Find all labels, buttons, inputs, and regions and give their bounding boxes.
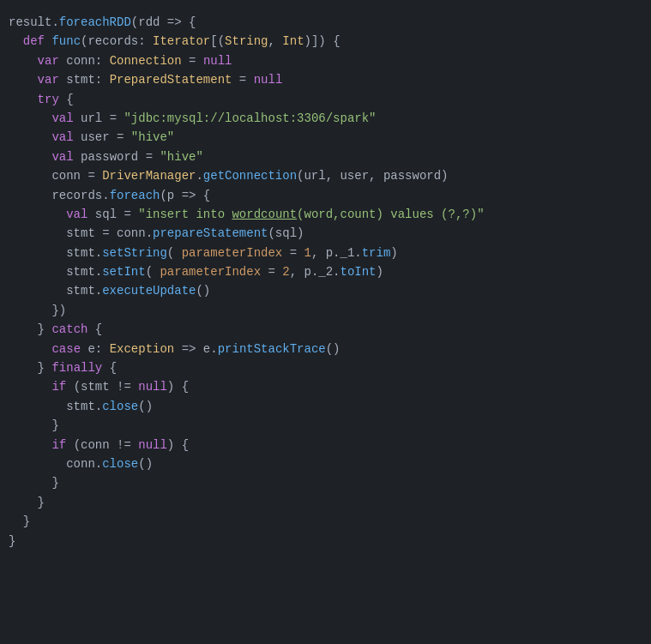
code-line-20: if (stmt != null) { (0, 377, 651, 396)
code-line-8: val password = "hive" (0, 147, 651, 166)
code-line-6: val url = "jdbc:mysql://localhost:3306/s… (0, 109, 651, 128)
code-line-18: case e: Exception => e.printStackTrace() (0, 340, 651, 358)
code-line-28: } (0, 532, 651, 551)
code-line-14: stmt.setInt( parameterIndex = 2, p._2.to… (0, 262, 651, 281)
code-line-16: }) (0, 301, 651, 320)
code-editor: result.foreachRDD(rdd => { def func(reco… (0, 9, 651, 555)
code-line-17: } catch { (0, 320, 651, 339)
code-line-5: try { (0, 90, 651, 109)
code-line-24: conn.close() (0, 454, 651, 473)
code-line-10: records.foreach(p => { (0, 186, 651, 205)
code-line-26: } (0, 493, 651, 512)
code-line-19: } finally { (0, 358, 651, 377)
code-line-13: stmt.setString( parameterIndex = 1, p._1… (0, 244, 651, 262)
code-line-3: var conn: Connection = null (0, 51, 651, 70)
code-line-22: } (0, 416, 651, 435)
code-line-12: stmt = conn.prepareStatement(sql) (0, 224, 651, 243)
code-line-25: } (0, 473, 651, 492)
code-line-9: conn = DriverManager.getConnection(url, … (0, 166, 651, 185)
code-line-23: if (conn != null) { (0, 436, 651, 454)
code-line-27: } (0, 512, 651, 531)
code-line-2: def func(records: Iterator[(String, Int)… (0, 32, 651, 51)
code-line-11: val sql = "insert into wordcount(word,co… (0, 205, 651, 224)
code-line-21: stmt.close() (0, 397, 651, 416)
code-line-15: stmt.executeUpdate() (0, 281, 651, 300)
code-line-4: var stmt: PreparedStatement = null (0, 70, 651, 89)
code-line-7: val user = "hive" (0, 128, 651, 147)
code-line-1: result.foreachRDD(rdd => { (0, 13, 651, 32)
